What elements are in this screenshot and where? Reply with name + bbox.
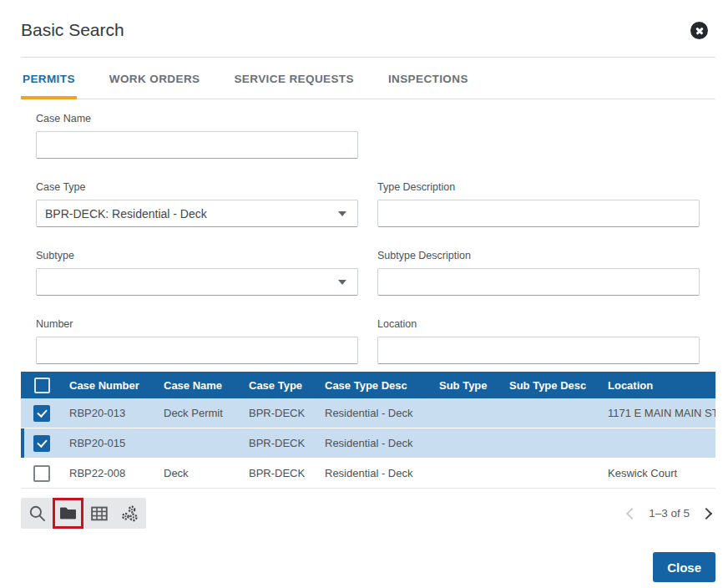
subtype-description-field: Subtype Description — [377, 250, 700, 296]
cell-case-number: RBP22-008 — [63, 467, 157, 479]
cell-location: 1171 E MAIN MAIN ST, — [601, 407, 715, 419]
cell-case-name: Deck — [157, 467, 242, 479]
gears-icon — [121, 505, 139, 522]
cell-location: Keswick Court — [601, 467, 715, 479]
case-name-field: Case Name — [36, 113, 358, 159]
table-row[interactable]: RBP20-013 Deck Permit BPR-DECK Residenti… — [21, 398, 715, 428]
search-form: Case Name Case Type Type Description Sub… — [0, 99, 728, 364]
location-field: Location — [377, 318, 700, 364]
case-type-field: Case Type — [36, 181, 358, 227]
table-footer-bar: 1–3 of 5 — [21, 498, 715, 529]
subtype-dropdown[interactable] — [36, 268, 358, 296]
select-all-checkbox[interactable] — [34, 378, 50, 393]
pagination-label: 1–3 of 5 — [649, 507, 690, 520]
page-title: Basic Search — [21, 20, 124, 40]
type-description-label: Type Description — [377, 181, 700, 193]
results-table: Case Number Case Name Case Type Case Typ… — [21, 372, 715, 489]
cell-case-type: BPR-DECK — [242, 467, 318, 479]
tab-permits[interactable]: PERMITS — [21, 73, 77, 99]
table-header-row: Case Number Case Name Case Type Case Typ… — [21, 372, 715, 398]
cell-case-type: BPR-DECK — [242, 407, 318, 419]
location-input[interactable] — [377, 337, 700, 364]
case-type-label: Case Type — [36, 181, 358, 193]
table-row[interactable]: RBP22-008 Deck BPR-DECK Residential - De… — [21, 459, 715, 489]
cell-case-name: Deck Permit — [157, 407, 242, 419]
tab-inspections[interactable]: INSPECTIONS — [387, 73, 470, 99]
workflow-actions-button[interactable] — [114, 498, 145, 529]
cell-case-number: RBP20-015 — [63, 437, 157, 449]
column-header-case-type[interactable]: Case Type — [242, 379, 318, 392]
type-description-field: Type Description — [377, 181, 700, 227]
close-button[interactable]: Close — [653, 552, 715, 582]
table-toolbar — [21, 498, 146, 529]
table-view-button[interactable] — [83, 498, 114, 529]
next-page-icon[interactable] — [700, 507, 712, 519]
case-name-input[interactable] — [36, 131, 358, 159]
subtype-description-label: Subtype Description — [377, 250, 700, 261]
case-type-dropdown[interactable] — [36, 200, 358, 227]
cell-case-type-desc: Residential - Deck — [318, 437, 432, 449]
cell-case-type-desc: Residential - Deck — [318, 467, 432, 479]
tab-work-orders[interactable]: WORK ORDERS — [108, 73, 202, 99]
table-row[interactable]: RBP20-015 BPR-DECK Residential - Deck — [21, 428, 715, 459]
basic-search-dialog: Basic Search PERMITS WORK ORDERS SERVICE… — [0, 0, 728, 588]
location-label: Location — [377, 318, 700, 330]
tab-service-requests[interactable]: SERVICE REQUESTS — [232, 73, 355, 99]
column-header-case-type-desc[interactable]: Case Type Desc — [318, 379, 432, 392]
subtype-description-input[interactable] — [377, 268, 700, 296]
subtype-label: Subtype — [36, 250, 358, 261]
row-checkbox[interactable] — [33, 405, 50, 422]
case-name-label: Case Name — [36, 113, 358, 124]
cell-case-type-desc: Residential - Deck — [318, 407, 432, 419]
row-checkbox[interactable] — [33, 465, 50, 482]
subtype-field: Subtype — [36, 250, 358, 296]
dialog-footer: Close — [653, 552, 715, 582]
number-field: Number — [36, 318, 358, 364]
folder-button[interactable] — [53, 498, 83, 529]
number-label: Number — [36, 318, 358, 330]
folder-icon — [59, 506, 77, 520]
cell-case-type: BPR-DECK — [242, 437, 318, 449]
tab-bar: PERMITS WORK ORDERS SERVICE REQUESTS INS… — [21, 58, 715, 99]
column-header-sub-type[interactable]: Sub Type — [432, 379, 503, 392]
dialog-header: Basic Search — [0, 0, 728, 40]
previous-page-icon[interactable] — [626, 507, 638, 519]
column-header-case-name[interactable]: Case Name — [157, 379, 242, 392]
number-input[interactable] — [36, 337, 358, 364]
column-header-sub-type-desc[interactable]: Sub Type Desc — [503, 379, 601, 392]
pagination: 1–3 of 5 — [628, 507, 715, 520]
column-header-case-number[interactable]: Case Number — [63, 379, 157, 392]
search-icon — [28, 504, 46, 522]
search-button[interactable] — [22, 498, 53, 529]
type-description-input[interactable] — [377, 200, 700, 227]
close-icon[interactable] — [690, 22, 708, 39]
row-checkbox[interactable] — [33, 435, 50, 452]
form-spacer — [377, 113, 700, 159]
column-header-location[interactable]: Location — [601, 379, 715, 392]
cell-case-number: RBP20-013 — [63, 407, 157, 419]
table-grid-icon — [91, 506, 108, 521]
